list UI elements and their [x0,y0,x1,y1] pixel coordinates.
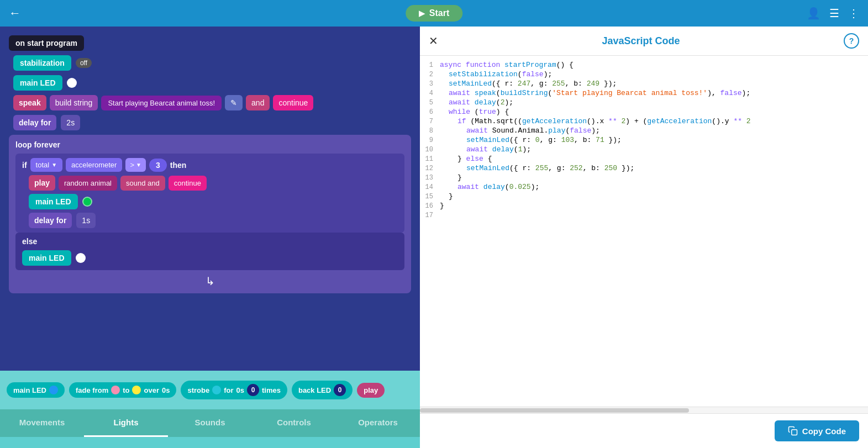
loop-label: loop forever [15,140,404,149]
if-block[interactable]: if total ▼ accelerometer > ▼ 3 then [15,154,404,233]
tab-movements[interactable]: Movements [0,409,84,437]
tray-strobe-block[interactable]: strobe for 0s 0 times [181,381,287,399]
tray-over-label: over [144,386,159,394]
code-header: ✕ JavaScript Code ? [420,27,868,56]
delay-val-2[interactable]: 1s [76,213,96,228]
start-button-container: Start [406,5,462,22]
condition-op[interactable]: > ▼ [125,158,146,172]
code-line-17: 17 [420,210,868,220]
blocks-panel: on start program stabilization off main … [0,27,420,448]
tray-main-led-label: main LED [13,386,46,394]
tray-fade-block[interactable]: fade from to over 0s [69,382,176,398]
code-line-8: 8 await Sound.Animal.play(false); [420,126,868,135]
main-led-block-1[interactable]: main LED [9,75,411,91]
code-horizontal-scrollbar[interactable] [420,407,868,413]
if-condition-row: if total ▼ accelerometer > ▼ 3 then [22,158,398,172]
code-line-12: 12 setMainLed({ r: 255, g: 252, b: 250 }… [420,164,868,173]
on-start-block[interactable]: on start program [9,35,411,51]
tray-main-led-block[interactable]: main LED [7,382,65,398]
stabilization-value[interactable]: off [76,58,92,68]
code-line-2: 2 setStabilization(false); [420,70,868,79]
delay-for-label: delay for [13,115,56,130]
total-dropdown-arrow: ▼ [51,162,57,168]
tray-led-blue [49,386,58,394]
close-code-button[interactable]: ✕ [429,34,438,48]
code-line-1: 1 async function startProgram() { [420,60,868,70]
blocks-tray: main LED fade from to over 0s strobe for [0,371,420,448]
tray-over-val[interactable]: 0s [162,386,170,394]
main-led-block-else[interactable]: main LED [22,250,398,266]
loop-arrow: ↳ [15,275,404,288]
code-line-13: 13 } [420,173,868,182]
condition-value[interactable]: 3 [149,159,167,172]
tab-controls[interactable]: Controls [252,409,336,437]
start-button[interactable]: Start [406,5,462,22]
play-block[interactable]: play random animal sound and continue [22,175,398,191]
stabilization-block[interactable]: stabilization off [9,55,411,71]
svg-rect-0 [792,430,797,435]
copy-code-button[interactable]: Copy Code [775,420,859,441]
top-right-controls: 👤 ☰ ⋮ [807,7,859,20]
tab-sounds[interactable]: Sounds [168,409,252,437]
tray-strobe-val[interactable]: 0s [236,386,244,394]
delay-val-1[interactable]: 2s [61,115,80,130]
code-line-3: 3 setMainLed({ r: 247, g: 255, b: 249 })… [420,79,868,88]
tray-times-val[interactable]: 0 [247,384,259,396]
delay-block-1[interactable]: delay for 2s [9,115,411,130]
account-icon-button[interactable]: 👤 [807,7,820,20]
tray-strobe-label: strobe [187,386,209,394]
then-label: then [170,161,187,170]
code-line-10: 10 await delay(1); [420,145,868,154]
led-indicator-green [82,197,92,207]
tray-led-teal [212,386,221,394]
help-button[interactable]: ? [844,33,859,49]
speak-label: speak [13,95,46,110]
code-panel: ✕ JavaScript Code ? 1 async function sta… [420,27,868,448]
back-button[interactable]: ← [9,6,21,20]
tray-back-led-label: back LED [298,386,331,394]
code-line-14: 14 await delay(0.025); [420,182,868,192]
code-line-4: 4 await speak(buildString('Start playing… [420,88,868,98]
if-label: if [22,161,27,170]
delay-block-2[interactable]: delay for 1s [22,213,398,228]
led-indicator-else-white [76,253,86,263]
code-line-11: 11 } else { [420,154,868,164]
code-line-6: 6 while (true) { [420,107,868,117]
tray-play-block[interactable]: play [357,383,385,398]
speak-text[interactable]: Start playing Bearcat animal toss! [101,96,222,110]
tray-back-led-val[interactable]: 0 [334,384,346,396]
tray-fade-label: fade from [76,386,108,394]
tab-operators[interactable]: Operators [336,409,420,437]
code-footer: Copy Code [420,413,868,448]
else-block[interactable]: else main LED [15,233,404,270]
code-line-15: 15 } [420,192,868,201]
menu-icon-button[interactable]: ☰ [829,7,839,20]
sound-and: sound and [120,176,165,191]
main-led-label-1: main LED [13,75,62,91]
main-layout: on start program stabilization off main … [0,27,868,448]
loop-forever-block[interactable]: loop forever if total ▼ accelerometer > … [9,135,411,293]
random-animal[interactable]: random animal [59,176,117,191]
code-body[interactable]: 1 async function startProgram() { 2 setS… [420,56,868,407]
scrollbar-thumb[interactable] [420,408,689,413]
continue-label-speak[interactable]: continue [273,95,313,110]
edit-speak-button[interactable]: ✎ [225,95,243,110]
on-start-label: on start program [9,35,84,51]
tray-back-led-block[interactable]: back LED 0 [292,381,353,399]
play-label: play [29,175,55,191]
tab-lights[interactable]: Lights [84,409,168,437]
play-continue[interactable]: continue [169,176,207,191]
led-indicator-white [67,78,77,88]
tray-led-pink [111,386,120,394]
stabilization-label: stabilization [13,55,71,71]
speak-block[interactable]: speak build string Start playing Bearcat… [9,95,411,110]
copy-label: Copy Code [802,426,846,436]
tray-blocks-row: main LED fade from to over 0s strobe for [0,371,420,409]
main-led-label-else: main LED [22,250,71,266]
copy-icon [788,426,798,436]
more-options-button[interactable]: ⋮ [848,7,859,20]
condition-accel: accelerometer [66,158,122,172]
main-led-block-2[interactable]: main LED [22,194,398,209]
condition-total[interactable]: total ▼ [30,158,62,172]
blocks-workspace: on start program stabilization off main … [0,27,420,371]
